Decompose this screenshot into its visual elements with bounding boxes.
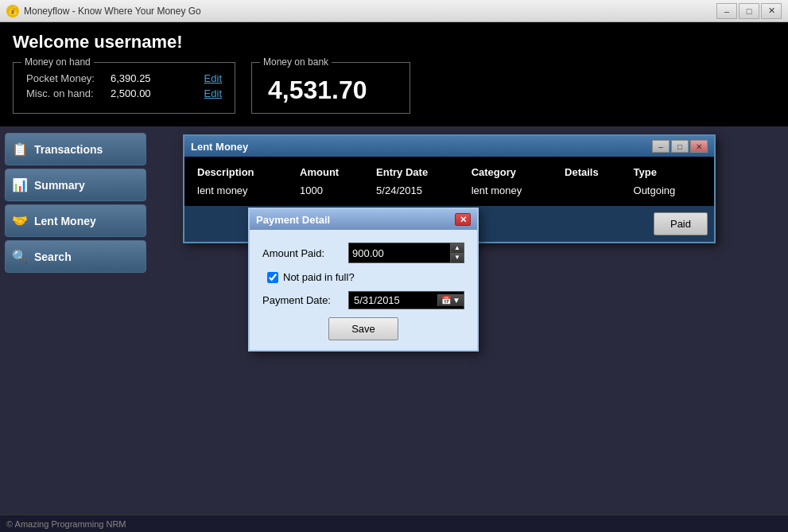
cell-4 (558, 181, 627, 200)
footer: © Amazing Programming NRM (0, 515, 788, 532)
maximize-button[interactable]: □ (739, 3, 759, 19)
cell-1: 1000 (293, 181, 370, 200)
pocket-money-row: Pocket Money: 6,390.25 Edit (26, 72, 222, 84)
payment-detail-title: Payment Detail (256, 214, 330, 226)
payment-detail-body: Amount Paid: ▲ ▼ Not paid i (250, 230, 477, 350)
lent-money-button[interactable]: 🤝 Lent Money (5, 204, 146, 237)
not-paid-row: Not paid in full? (262, 271, 464, 283)
cell-2: 5/24/2015 (370, 181, 465, 200)
lent-money-window-title: Lent Money (191, 141, 248, 153)
copyright: © Amazing Programming NRM (6, 519, 126, 529)
sidebar: 📋 Transactions 📊 Summary 🤝 Lent Money 🔍 … (0, 126, 151, 515)
money-on-hand-box: Money on hand Pocket Money: 6,390.25 Edi… (13, 62, 235, 114)
cell-3: lent money (465, 181, 558, 200)
main-panel: Lent Money – □ ✕ Description Amount (151, 126, 788, 515)
search-button[interactable]: 🔍 Search (5, 240, 146, 273)
lent-money-table: Description Amount Entry Date Category D… (191, 163, 708, 200)
lent-money-window: Lent Money – □ ✕ Description Amount (183, 134, 716, 243)
header: Welcome username! Money on hand Pocket M… (0, 22, 788, 126)
payment-detail-close[interactable]: ✕ (455, 213, 471, 226)
window-controls: – □ ✕ (716, 3, 782, 19)
dropdown-arrow: ▼ (452, 296, 460, 305)
calendar-button[interactable]: 📅 ▼ (437, 294, 464, 306)
transactions-label: Transactions (34, 143, 103, 156)
transactions-button[interactable]: 📋 Transactions (5, 133, 146, 165)
pocket-money-edit[interactable]: Edit (204, 72, 222, 84)
lent-money-table-body: lent money10005/24/2015lent moneyOutgoin… (191, 181, 708, 200)
amount-spinner: ▲ ▼ (450, 243, 464, 262)
col-category: Category (465, 163, 558, 181)
lent-money-icon: 🤝 (12, 213, 28, 228)
table-header-row: Description Amount Entry Date Category D… (191, 163, 708, 181)
misc-on-hand-edit[interactable]: Edit (204, 87, 222, 99)
app-title: Moneyflow - Know Where Your Money Go (24, 6, 716, 17)
summary-label: Summary (34, 179, 85, 192)
col-type: Type (627, 163, 708, 181)
lent-money-close[interactable]: ✕ (690, 140, 708, 153)
money-on-bank-title: Money on bank (260, 56, 332, 68)
save-button[interactable]: Save (328, 317, 398, 340)
close-button[interactable]: ✕ (761, 3, 782, 19)
col-entry-date: Entry Date (370, 163, 465, 181)
search-icon: 🔍 (12, 249, 28, 264)
lent-money-controls: – □ ✕ (652, 140, 708, 153)
payment-detail-titlebar: Payment Detail ✕ (250, 209, 477, 230)
lent-money-minimize[interactable]: – (652, 140, 670, 153)
money-on-bank-box: Money on bank 4,531.70 (251, 62, 410, 114)
misc-on-hand-value: 2,500.00 (111, 87, 166, 99)
pocket-money-value: 6,390.25 (111, 72, 166, 84)
lent-money-label: Lent Money (34, 215, 96, 227)
content-area: 📋 Transactions 📊 Summary 🤝 Lent Money 🔍 … (0, 126, 788, 515)
calendar-icon: 📅 (441, 296, 451, 305)
lent-money-content: Description Amount Entry Date Category D… (184, 157, 714, 206)
amount-paid-input[interactable] (349, 245, 450, 262)
main-container: Welcome username! Money on hand Pocket M… (0, 22, 788, 532)
amount-spin-down[interactable]: ▼ (451, 253, 464, 262)
payment-detail-dialog: Payment Detail ✕ Amount Paid: ▲ ▼ (248, 208, 479, 351)
transactions-icon: 📋 (12, 142, 28, 157)
summary-icon: 📊 (12, 177, 28, 192)
misc-on-hand-row: Misc. on hand: 2,500.00 Edit (26, 87, 222, 99)
amount-spin-up[interactable]: ▲ (451, 243, 464, 253)
col-amount: Amount (293, 163, 370, 181)
not-paid-label[interactable]: Not paid in full? (283, 271, 355, 283)
summary-button[interactable]: 📊 Summary (5, 169, 146, 201)
payment-date-row: Payment Date: 📅 ▼ (262, 291, 464, 309)
title-bar: 💰 Moneyflow - Know Where Your Money Go –… (0, 0, 788, 22)
payment-date-label: Payment Date: (262, 294, 342, 306)
cell-5: Outgoing (627, 181, 708, 200)
money-boxes: Money on hand Pocket Money: 6,390.25 Edi… (13, 62, 775, 114)
payment-date-input[interactable] (349, 292, 437, 309)
search-label: Search (34, 250, 72, 263)
app-icon: 💰 (6, 5, 19, 17)
amount-paid-row: Amount Paid: ▲ ▼ (262, 243, 464, 263)
save-row: Save (262, 317, 464, 340)
col-details: Details (558, 163, 627, 181)
welcome-heading: Welcome username! (13, 32, 775, 52)
table-row: lent money10005/24/2015lent moneyOutgoin… (191, 181, 708, 200)
amount-paid-input-group: ▲ ▼ (348, 243, 464, 263)
misc-on-hand-label: Misc. on hand: (26, 87, 106, 99)
pocket-money-label: Pocket Money: (26, 72, 106, 84)
cell-0: lent money (191, 181, 293, 200)
payment-date-group: 📅 ▼ (348, 291, 464, 309)
lent-money-titlebar: Lent Money – □ ✕ (184, 136, 714, 157)
not-paid-checkbox[interactable] (267, 272, 278, 283)
money-on-hand-title: Money on hand (21, 56, 94, 68)
col-description: Description (191, 163, 293, 181)
minimize-button[interactable]: – (716, 3, 737, 19)
bank-amount: 4,531.70 (268, 76, 394, 105)
paid-button[interactable]: Paid (654, 212, 708, 235)
lent-money-maximize[interactable]: □ (671, 140, 689, 153)
amount-paid-label: Amount Paid: (262, 247, 342, 259)
